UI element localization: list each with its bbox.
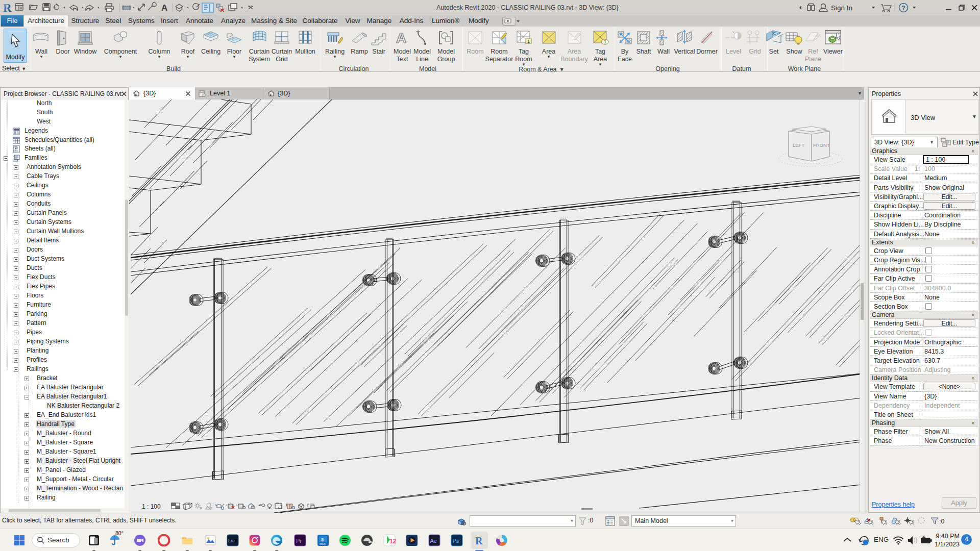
- svg-text:Sign In: Sign In: [831, 4, 852, 12]
- svg-text:Ae: Ae: [430, 538, 437, 544]
- svg-text::0: :0: [939, 518, 944, 525]
- svg-text:A: A: [161, 3, 167, 13]
- svg-text:Lrc: Lrc: [228, 538, 235, 543]
- svg-text:R: R: [475, 535, 483, 546]
- svg-text:1: 1: [153, 3, 155, 7]
- svg-text:A: A: [396, 30, 406, 46]
- svg-text:FRONT: FRONT: [813, 142, 830, 148]
- svg-text:Pr: Pr: [296, 538, 302, 544]
- svg-text:MAX: MAX: [320, 542, 326, 545]
- svg-text:12: 12: [389, 538, 396, 545]
- svg-text:R: R: [3, 2, 12, 14]
- svg-text:?: ?: [901, 4, 905, 12]
- svg-text:3: 3: [321, 537, 324, 542]
- svg-text:Pro: Pro: [369, 541, 371, 543]
- svg-text:Ps: Ps: [453, 538, 459, 544]
- svg-text:LEFT: LEFT: [793, 142, 804, 148]
- svg-text:1: 1: [604, 39, 606, 44]
- svg-text:1: 1: [527, 39, 530, 44]
